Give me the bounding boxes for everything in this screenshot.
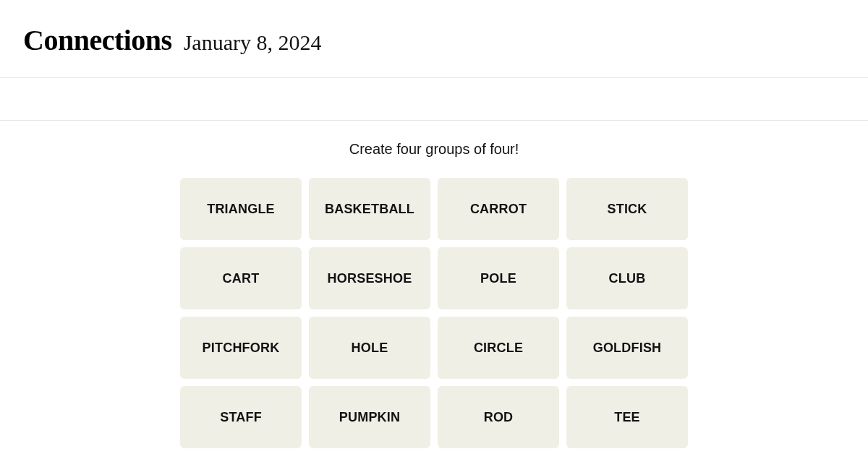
game-title: Connections [23, 23, 172, 57]
word-tile[interactable]: BASKETBALL [309, 178, 430, 240]
instructions-text: Create four groups of four! [349, 141, 519, 158]
toolbar [0, 77, 868, 121]
word-tile[interactable]: ROD [438, 386, 559, 448]
game-header: Connections January 8, 2024 [0, 0, 868, 77]
word-tile[interactable]: TRIANGLE [180, 178, 302, 240]
word-tile[interactable]: HOLE [309, 317, 430, 379]
word-tile[interactable]: HORSESHOE [309, 247, 430, 309]
word-tile[interactable]: GOLDFISH [566, 317, 688, 379]
word-tile[interactable]: PITCHFORK [180, 317, 302, 379]
game-area: Create four groups of four! TRIANGLE BAS… [0, 121, 868, 448]
game-date: January 8, 2024 [184, 30, 322, 55]
word-tile[interactable]: STAFF [180, 386, 302, 448]
word-grid: TRIANGLE BASKETBALL CARROT STICK CART HO… [180, 178, 688, 448]
word-tile[interactable]: CARROT [438, 178, 559, 240]
word-tile[interactable]: CART [180, 247, 302, 309]
word-tile[interactable]: CIRCLE [438, 317, 559, 379]
word-tile[interactable]: POLE [438, 247, 559, 309]
word-tile[interactable]: CLUB [566, 247, 688, 309]
word-tile[interactable]: PUMPKIN [309, 386, 430, 448]
word-tile[interactable]: STICK [566, 178, 688, 240]
word-tile[interactable]: TEE [566, 386, 688, 448]
